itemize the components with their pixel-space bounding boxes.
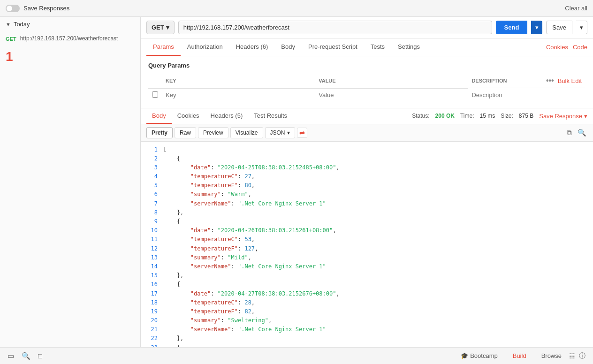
json-format-select[interactable]: JSON ▾ [265,127,295,138]
line-number: 20 [146,316,158,325]
pretty-button[interactable]: Pretty [146,127,173,138]
send-button[interactable]: Send [496,21,528,34]
response-tab-body[interactable]: Body [146,108,172,124]
response-tab-headers[interactable]: Headers (5) [205,108,249,124]
response-section: Body Cookies Headers (5) Test Results St… [141,108,593,348]
response-tab-test-results[interactable]: Test Results [248,108,293,124]
chevron-down-icon: ▼ [6,22,11,27]
method-select[interactable]: GET ▾ [146,21,175,34]
key-input[interactable] [166,91,311,99]
cookies-link[interactable]: Cookies [546,44,568,51]
tab-right-links: Cookies Code [546,44,587,51]
tab-params[interactable]: Params [146,38,181,56]
query-params-title: Query Params [148,62,585,69]
help-icon[interactable]: ⓘ [579,352,585,360]
code-line: "serverName": ".Net Core Nginx Server 1" [163,325,584,334]
line-number: 1 [146,145,158,154]
time-label: Time: [460,113,474,119]
bottom-tabs: 🎓 Bootcamp Build Browse [453,348,569,364]
line-number: 18 [146,298,158,307]
code-line: }, [163,271,584,280]
size-label: Size: [501,113,513,119]
time-value: 15 ms [479,113,495,119]
preview-button[interactable]: Preview [198,127,228,138]
save-button[interactable]: Save [546,21,572,34]
code-line: "temperatureF": 80, [163,181,584,190]
code-line: { [163,343,584,347]
line-number: 19 [146,307,158,316]
clear-all-button[interactable]: Clear all [565,5,587,12]
more-options-icon[interactable]: ••• [546,76,554,85]
json-format-label: JSON [270,129,285,136]
code-content: [ { "date": "2020-04-25T08:38:03.2152485… [163,145,593,348]
request-tab-bar: Params Authorization Headers (6) Body Pr… [141,38,593,56]
url-input[interactable] [178,21,492,34]
method-chevron-icon: ▾ [166,24,169,31]
line-number: 6 [146,190,158,199]
search-icon[interactable]: 🔍 [577,128,587,138]
description-input[interactable] [471,91,582,99]
code-line: "summary": "Sweltering", [163,316,584,325]
visualize-button[interactable]: Visualize [230,127,263,138]
code-area: 1 2 3 4 5 6 7 8 9 10 11 12 13 14 [141,142,593,348]
line-number: 3 [146,163,158,172]
search-bottom-icon[interactable]: 🔍 [22,352,30,360]
line-numbers: 1 2 3 4 5 6 7 8 9 10 11 12 13 14 [141,145,163,348]
code-line: "temperatureC": 28, [163,298,584,307]
copy-icon[interactable]: ⧉ [566,128,573,138]
toggle-knob [7,6,12,11]
line-number: 5 [146,181,158,190]
save-responses-toggle[interactable] [6,5,20,12]
bottom-tab-right: ☷ ⓘ [569,352,585,360]
tab-authorization[interactable]: Authorization [181,38,229,56]
code-line: "date": "2020-04-25T08:38:03.2152485+08:… [163,163,584,172]
code-line: { [163,217,584,226]
line-number: 7 [146,199,158,208]
bulk-edit-button[interactable]: Bulk Edit [558,77,582,84]
bootcamp-tab[interactable]: 🎓 Bootcamp [453,348,505,364]
browse-tab[interactable]: Browse [534,348,569,364]
sidebar-today: ▼ Today [0,17,140,31]
line-number: 22 [146,334,158,343]
col-description: DESCRIPTION ••• Bulk Edit [468,74,585,88]
tab-tests[interactable]: Tests [364,38,391,56]
send-dropdown-button[interactable]: ▾ [531,21,542,34]
bottom-icons: ▭ 🔍 □ [8,352,42,360]
tab-headers[interactable]: Headers (6) [229,38,275,56]
code-line: }, [163,334,584,343]
grid-icon[interactable]: ☷ [569,352,575,360]
response-tab-cookies[interactable]: Cookies [172,108,205,124]
line-number: 2 [146,154,158,163]
layout-icon[interactable]: ▭ [8,352,14,360]
save-dropdown-button[interactable]: ▾ [576,21,587,34]
line-number: 23 [146,343,158,347]
code-line: "temperatureC": 27, [163,172,584,181]
list-item[interactable]: GET http://192.168.157.200/weatherforeca… [0,31,140,46]
request-panel: GET ▾ Send ▾ Save ▾ Params Authorization… [141,17,593,347]
row-checkbox[interactable] [152,91,158,98]
sidebar: ▼ Today GET http://192.168.157.200/weath… [0,17,141,347]
top-bar: Save Responses Clear all [0,0,593,17]
code-line: "summary": "Warm", [163,190,584,199]
code-link[interactable]: Code [573,44,587,51]
line-number: 10 [146,226,158,235]
raw-button[interactable]: Raw [175,127,196,138]
code-line: "temperatureF": 127, [163,244,584,253]
url-bar: GET ▾ Send ▾ Save ▾ [141,17,593,38]
value-input[interactable] [319,91,464,99]
tab-settings[interactable]: Settings [391,38,426,56]
col-value: VALUE [315,74,468,88]
json-chevron-icon: ▾ [287,129,290,136]
console-icon[interactable]: □ [38,352,42,360]
tab-body[interactable]: Body [274,38,302,56]
wrap-icon[interactable]: ⇌ [297,128,307,138]
code-lines: 1 2 3 4 5 6 7 8 9 10 11 12 13 14 [141,142,593,348]
query-params-section: Query Params KEY VALUE DESCRIPTION [141,56,593,108]
save-response-button[interactable]: Save Response ▾ [539,113,587,120]
build-tab[interactable]: Build [505,348,534,364]
code-toolbar: Pretty Raw Preview Visualize JSON ▾ ⇌ ⧉ … [141,124,593,142]
line-number: 14 [146,262,158,271]
code-line: "date": "2020-04-27T08:38:03.2152676+08:… [163,289,584,298]
tab-pre-request-script[interactable]: Pre-request Script [302,38,364,56]
code-line: "temperatureF": 82, [163,307,584,316]
